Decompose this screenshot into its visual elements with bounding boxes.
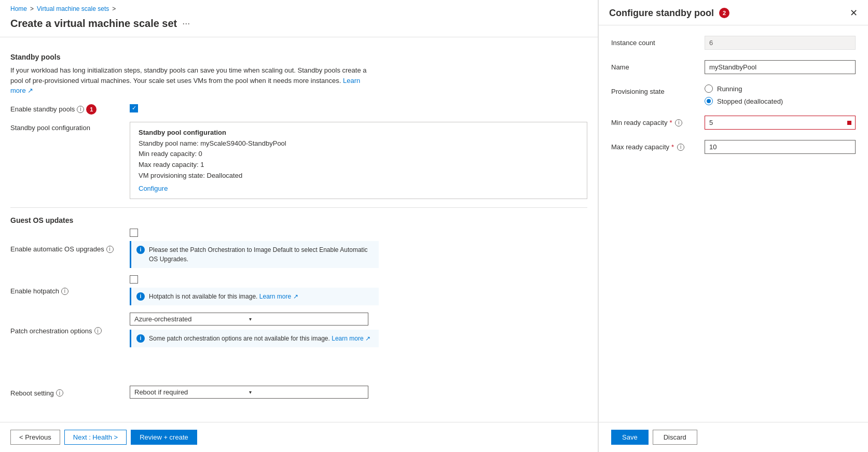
standby-pools-title: Standby pools — [10, 53, 587, 61]
section-divider-1 — [10, 207, 587, 208]
hotpatch-row: Enable hotpatch i i Hotpatch is not avai… — [10, 275, 587, 305]
panel-body: Instance count Name Provisioning state — [599, 25, 868, 422]
breadcrumb-sep1: > — [30, 5, 34, 12]
min-capacity-label: Min ready capacity * i — [611, 116, 705, 126]
guest-os-title: Guest OS updates — [10, 216, 587, 224]
max-capacity-row: Max ready capacity * i — [611, 140, 856, 154]
configure-standby-panel: Configure standby pool 2 ✕ Instance coun… — [598, 0, 868, 452]
max-capacity-label: Max ready capacity * i — [611, 140, 705, 151]
max-capacity-required: * — [671, 143, 674, 151]
review-create-button[interactable]: Review + create — [131, 430, 197, 445]
min-capacity-input-wrapper — [705, 116, 856, 130]
patch-orchestration-learn-more[interactable]: Learn more ↗ — [332, 335, 370, 342]
reboot-setting-label: Reboot setting i — [10, 387, 130, 397]
hotpatch-info-text: Hotpatch is not available for this image… — [149, 292, 298, 301]
reboot-setting-control: Reboot if required ▾ — [130, 386, 587, 399]
patch-orchestration-value: Azure-orchestrated — [134, 315, 249, 323]
reboot-setting-chevron-icon: ▾ — [249, 389, 364, 395]
config-box-title: Standby pool configuration — [139, 129, 578, 136]
patch-orchestration-label: Patch orchestration options i — [10, 325, 130, 335]
footer: < Previous Next : Health > Review + crea… — [0, 422, 598, 452]
enable-standby-pools-control — [130, 104, 587, 112]
config-line2: Min ready capacity: 0 — [139, 149, 578, 160]
auto-upgrade-row: Enable automatic OS upgrades i i Please … — [10, 229, 587, 268]
min-capacity-required: * — [669, 119, 672, 126]
panel-close-button[interactable]: ✕ — [850, 7, 858, 19]
enable-standby-pools-info-icon[interactable]: i — [77, 106, 84, 113]
provisioning-state-row: Provisioning state Running Stopped (deal… — [611, 84, 856, 105]
panel-title: Configure standby pool 2 — [609, 8, 729, 19]
panel-name-input[interactable] — [705, 60, 856, 74]
enable-standby-pools-row: Enable standby pools i 1 — [10, 102, 587, 115]
panel-name-row: Name — [611, 60, 856, 74]
instance-count-field — [705, 36, 856, 50]
form-body: Standby pools If your workload has long … — [0, 37, 598, 422]
standby-pool-configure-link[interactable]: Configure — [139, 185, 578, 192]
config-line1: Standby pool name: myScaleS9400-StandbyP… — [139, 138, 578, 149]
reboot-setting-info-icon[interactable]: i — [56, 389, 63, 397]
reboot-setting-row: Reboot setting i Reboot if required ▾ — [10, 386, 587, 399]
hotpatch-checkbox-wrapper — [130, 275, 587, 284]
patch-orchestration-control: Azure-orchestrated ▾ i Some patch orches… — [130, 313, 587, 347]
config-line4: VM provisioning state: Deallocated — [139, 171, 578, 181]
max-capacity-field — [705, 140, 856, 154]
breadcrumb-sep2: > — [112, 5, 116, 12]
auto-upgrade-info-box: i Please set the Patch Orchestration to … — [130, 241, 379, 268]
provisioning-stopped-label: Stopped (deallocated) — [717, 97, 783, 105]
provisioning-state-label: Provisioning state — [611, 84, 705, 95]
panel-badge: 2 — [719, 8, 729, 18]
provisioning-running-option[interactable]: Running — [705, 84, 856, 93]
instance-count-row: Instance count — [611, 36, 856, 50]
min-capacity-row: Min ready capacity * i — [611, 116, 856, 130]
auto-upgrade-checkbox-wrapper — [130, 229, 587, 237]
patch-orchestration-dropdown[interactable]: Azure-orchestrated ▾ — [130, 313, 368, 326]
min-capacity-info-icon[interactable]: i — [675, 119, 682, 126]
standby-pool-config-row: Standby pool configuration Standby pool … — [10, 122, 587, 199]
panel-name-field — [705, 60, 856, 74]
auto-upgrade-info-icon-blue: i — [136, 246, 145, 254]
provisioning-stopped-radio[interactable] — [705, 97, 713, 105]
enable-standby-pools-checkbox-wrapper — [130, 104, 587, 112]
min-capacity-input[interactable] — [705, 116, 856, 130]
config-line3: Max ready capacity: 1 — [139, 160, 578, 171]
auto-upgrade-checkbox[interactable] — [130, 229, 138, 237]
hotpatch-learn-more[interactable]: Learn more ↗ — [259, 293, 298, 300]
standby-pool-config-control: Standby pool configuration Standby pool … — [130, 122, 587, 199]
previous-button[interactable]: < Previous — [10, 430, 60, 445]
panel-save-button[interactable]: Save — [611, 430, 649, 445]
patch-orchestration-info-icon[interactable]: i — [94, 327, 102, 334]
next-button[interactable]: Next : Health > — [64, 430, 127, 445]
patch-orchestration-row: Patch orchestration options i Azure-orch… — [10, 313, 587, 347]
max-capacity-input[interactable] — [705, 140, 856, 154]
min-capacity-error-indicator — [847, 121, 851, 125]
panel-discard-button[interactable]: Discard — [653, 430, 697, 445]
enable-standby-pools-checkbox[interactable] — [130, 104, 138, 112]
min-capacity-field — [705, 116, 856, 130]
hotpatch-info-box: i Hotpatch is not available for this ima… — [130, 288, 379, 305]
patch-orchestration-info-icon-blue: i — [136, 334, 145, 343]
hotpatch-info-icon[interactable]: i — [61, 288, 68, 295]
panel-footer: Save Discard — [599, 422, 868, 452]
breadcrumb-home[interactable]: Home — [10, 5, 27, 12]
auto-upgrade-control: i Please set the Patch Orchestration to … — [130, 229, 587, 268]
panel-header: Configure standby pool 2 ✕ — [599, 0, 868, 25]
reboot-setting-dropdown[interactable]: Reboot if required ▾ — [130, 386, 368, 399]
max-capacity-info-icon[interactable]: i — [677, 144, 684, 151]
provisioning-stopped-option[interactable]: Stopped (deallocated) — [705, 97, 856, 105]
instance-count-input — [705, 36, 856, 50]
enable-standby-pools-label: Enable standby pools i 1 — [10, 102, 130, 115]
more-options-button[interactable]: ··· — [182, 18, 190, 29]
auto-upgrade-label: Enable automatic OS upgrades i — [10, 243, 130, 253]
page-title: Create a virtual machine scale set — [10, 18, 177, 30]
hotpatch-checkbox[interactable] — [130, 275, 138, 284]
panel-name-label: Name — [611, 60, 705, 71]
breadcrumb-section[interactable]: Virtual machine scale sets — [37, 5, 109, 12]
patch-orchestration-chevron-icon: ▾ — [249, 316, 364, 322]
enable-standby-pools-badge: 1 — [86, 104, 97, 115]
hotpatch-info-icon-blue: i — [136, 292, 145, 301]
provisioning-running-label: Running — [717, 85, 742, 93]
auto-upgrade-info-icon[interactable]: i — [106, 246, 114, 253]
provisioning-radio-group: Running Stopped (deallocated) — [705, 84, 856, 105]
instance-count-label: Instance count — [611, 36, 705, 47]
provisioning-running-radio[interactable] — [705, 84, 713, 93]
